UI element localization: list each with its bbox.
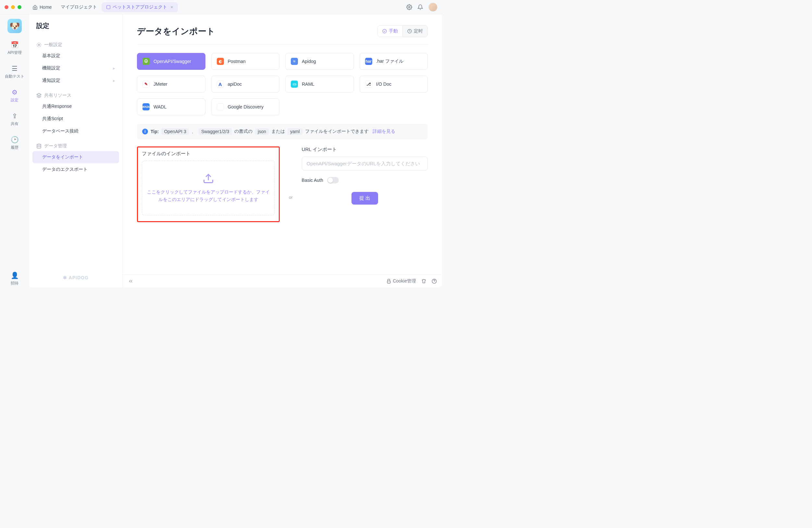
gear-icon[interactable]: [406, 4, 412, 10]
chevron-right-icon: ▸: [113, 78, 115, 83]
upload-icon: [203, 172, 214, 184]
manual-icon: [382, 29, 387, 33]
help-icon[interactable]: [432, 279, 437, 284]
home-icon: [32, 4, 38, 10]
settings-sidebar: 設定 一般設定 基本設定 機能設定▸ 通知設定▸ 共有リソース 共通Respon…: [29, 14, 123, 287]
sidebar-item-basic[interactable]: 基本設定: [32, 50, 119, 62]
format-iodoc[interactable]: ⎇I/O Doc: [360, 76, 428, 92]
mode-segment: 手動 定时: [377, 25, 428, 37]
format-postman[interactable]: ◐Postman: [211, 53, 280, 70]
window-controls: [4, 5, 21, 9]
tab-home-label: Home: [40, 4, 52, 10]
format-openapi[interactable]: ⦿OpenAPI/Swagger: [137, 53, 205, 70]
close-icon[interactable]: ×: [170, 4, 173, 10]
info-icon: i: [142, 129, 148, 134]
format-wadl[interactable]: WADLWADL: [137, 98, 205, 115]
format-jmeter[interactable]: ✎JMeter: [137, 76, 205, 92]
url-import-section: URL インポート Basic Auth 提 出: [302, 146, 428, 204]
tip-details-link[interactable]: 詳細を見る: [373, 129, 395, 134]
app-logo[interactable]: 🐶: [8, 19, 22, 33]
jmeter-icon: ✎: [143, 81, 150, 88]
sidebar-item-export[interactable]: データのエクスポート: [32, 163, 119, 176]
seg-scheduled[interactable]: 定时: [403, 26, 427, 37]
basic-auth-toggle[interactable]: [327, 177, 339, 184]
close-window[interactable]: [4, 5, 9, 9]
rail-settings[interactable]: ⚙ 設定: [0, 87, 29, 104]
tab-petstore-label: ペットストアプロジェクト: [113, 4, 167, 10]
rail-share[interactable]: ⇪ 共有: [0, 111, 29, 128]
avatar[interactable]: [429, 3, 437, 12]
postman-icon: ◐: [217, 58, 224, 65]
group-general: 一般設定: [32, 40, 119, 50]
sidebar-item-db[interactable]: データベース接続: [32, 125, 119, 137]
rail-history[interactable]: 🕑 履歴: [0, 134, 29, 152]
sidebar-item-response[interactable]: 共通Response: [32, 100, 119, 113]
file-import-head: ファイルのインポート: [142, 151, 275, 157]
cookie-manage[interactable]: Cookie管理: [386, 278, 416, 284]
har-icon: har: [365, 58, 372, 65]
rail-autotest[interactable]: ☰ 自動テスト: [0, 63, 29, 81]
svg-rect-8: [388, 281, 390, 283]
tshirt-icon[interactable]: [421, 279, 426, 284]
group-shared: 共有リソース: [32, 90, 119, 100]
autotest-icon: ☰: [12, 65, 17, 72]
svg-point-4: [37, 144, 41, 145]
database-icon: [37, 144, 42, 149]
group-data: データ管理: [32, 141, 119, 151]
maximize-window[interactable]: [17, 5, 21, 9]
sidebar-item-import[interactable]: データをインポート: [32, 151, 119, 163]
rail-api[interactable]: 📅 API管理: [0, 40, 29, 57]
seg-manual[interactable]: 手動: [378, 26, 403, 37]
api-icon: 📅: [11, 41, 19, 49]
invite-icon: 👤: [11, 271, 19, 279]
file-dropzone[interactable]: ここをクリックしてファイルをアップロードするか、ファイルをこのエリアにドラッグし…: [142, 161, 275, 215]
titlebar: Home マイプロジェクト ペットストアプロジェクト ×: [0, 0, 442, 14]
dropzone-text: ここをクリックしてファイルをアップロードするか、ファイルをこのエリアにドラッグし…: [147, 189, 270, 204]
page-title: データをインポート: [137, 26, 215, 37]
svg-rect-0: [107, 5, 110, 9]
layers-icon: [37, 93, 42, 98]
apidoc-icon: A: [217, 81, 224, 88]
format-grid: ⦿OpenAPI/Swagger ◐Postman ≈Apidog har.ha…: [137, 53, 428, 115]
settings-icon: ⚙: [12, 88, 17, 96]
project-icon: [106, 5, 111, 10]
tab-home[interactable]: Home: [28, 3, 56, 12]
tab-myproject[interactable]: マイプロジェクト: [56, 2, 102, 12]
format-apidog[interactable]: ≈Apidog: [285, 53, 354, 70]
sidebar-title: 設定: [32, 22, 119, 30]
basic-auth-label: Basic Auth: [302, 177, 323, 183]
format-raml[interactable]: ▭RAML: [285, 76, 354, 92]
format-google[interactable]: ✳Google Discovery: [211, 98, 280, 115]
collapse-icon[interactable]: [128, 278, 134, 284]
apidog-icon: ≈: [291, 58, 298, 65]
svg-point-5: [383, 29, 387, 33]
openapi-icon: ⦿: [143, 58, 150, 65]
gear-icon: [37, 42, 42, 47]
nav-rail: 🐶 📅 API管理 ☰ 自動テスト ⚙ 設定 ⇪ 共有 🕑 履歴: [0, 14, 29, 287]
minimize-window[interactable]: [11, 5, 15, 9]
rail-invite[interactable]: 👤 招待: [0, 270, 29, 287]
share-icon: ⇪: [12, 112, 17, 120]
tip-label: Tip:: [150, 129, 159, 134]
hand-icon: [386, 279, 391, 284]
iodoc-icon: ⎇: [365, 81, 372, 88]
svg-marker-3: [37, 93, 41, 96]
file-import-section: ファイルのインポート ここをクリックしてファイルをアップロードするか、ファイルを…: [137, 146, 280, 222]
format-har[interactable]: har.har ファイル: [360, 53, 428, 70]
status-bar: Cookie管理: [123, 274, 442, 287]
wadl-icon: WADL: [143, 103, 150, 110]
google-icon: ✳: [217, 103, 224, 110]
url-import-head: URL インポート: [302, 146, 428, 153]
tab-myproject-label: マイプロジェクト: [61, 4, 97, 10]
svg-point-2: [38, 44, 40, 45]
sidebar-item-script[interactable]: 共通Script: [32, 113, 119, 125]
sidebar-item-feature[interactable]: 機能設定▸: [32, 62, 119, 74]
format-apidoc[interactable]: AapiDoc: [211, 76, 280, 92]
url-input[interactable]: [302, 157, 428, 170]
tab-petstore[interactable]: ペットストアプロジェクト ×: [102, 2, 177, 12]
or-divider: or: [289, 195, 293, 200]
bell-icon[interactable]: [417, 4, 423, 10]
submit-button[interactable]: 提 出: [351, 192, 378, 204]
sidebar-item-notify[interactable]: 通知設定▸: [32, 74, 119, 87]
chevron-right-icon: ▸: [113, 66, 115, 71]
